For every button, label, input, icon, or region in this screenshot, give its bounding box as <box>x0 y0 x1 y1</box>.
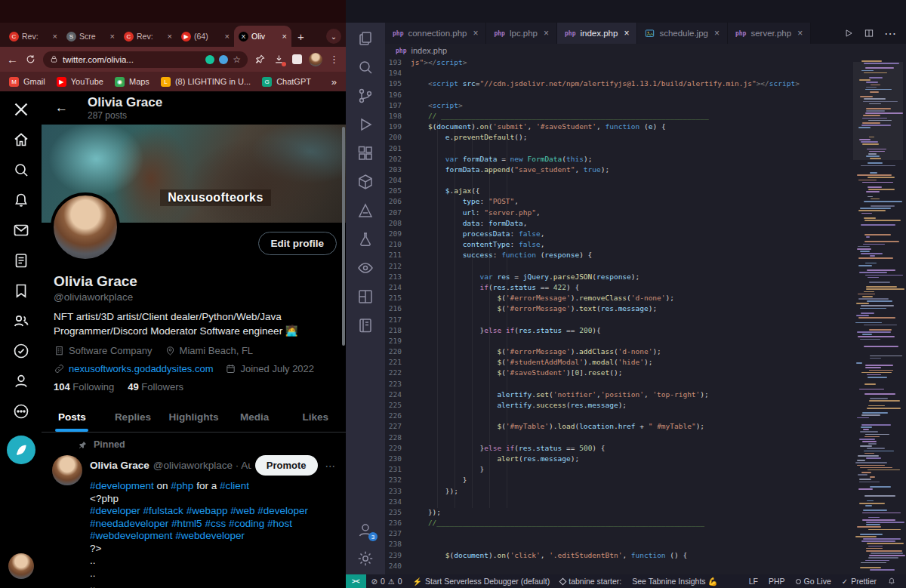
browser-profile-avatar[interactable] <box>309 53 322 66</box>
settings-gear-icon[interactable] <box>356 550 374 568</box>
website-item[interactable]: nexusoftworks.godaddysites.com <box>54 363 213 374</box>
notifications-bell[interactable] <box>882 577 901 586</box>
bookmarks-overflow-icon[interactable]: » <box>331 76 337 88</box>
x-logo-icon[interactable] <box>12 100 30 119</box>
bookmark-star-icon[interactable]: ☆ <box>233 54 241 65</box>
eol-indicator[interactable]: LF <box>744 577 763 586</box>
extension-icon[interactable] <box>292 54 302 64</box>
eye-icon[interactable] <box>356 259 374 277</box>
explorer-icon[interactable] <box>356 29 374 48</box>
browser-tab[interactable]: SScre× <box>62 26 119 47</box>
bookmark-item[interactable]: MGmail <box>9 77 45 87</box>
remote-indicator[interactable]: >< <box>346 574 366 588</box>
lists-icon[interactable] <box>12 251 30 269</box>
hashtag-link[interactable]: #fulstack <box>143 505 183 516</box>
tab-close-icon[interactable]: × <box>797 28 803 38</box>
editor-tab[interactable]: phpserver.php× <box>728 23 811 44</box>
profile-icon[interactable] <box>12 372 30 390</box>
editor-tab[interactable]: schedule.jpg× <box>637 23 728 44</box>
download-icon[interactable] <box>273 54 285 66</box>
problems-item[interactable]: ⊘0 ⚠0 <box>366 574 408 588</box>
browser-tab[interactable]: XOliv× <box>234 26 291 47</box>
notebook-icon[interactable] <box>356 316 374 334</box>
editor-tab[interactable]: phplpc.php× <box>486 23 557 44</box>
grammarly-icon[interactable] <box>205 55 214 64</box>
go-live-item[interactable]: Go Live <box>790 577 837 586</box>
verified-icon[interactable] <box>12 342 30 360</box>
notifications-icon[interactable] <box>12 191 30 209</box>
hashtag-link[interactable]: #web <box>230 505 254 516</box>
source-control-icon[interactable] <box>356 87 374 105</box>
prettier-item[interactable]: ✓Prettier <box>837 577 882 586</box>
tab-close-icon[interactable]: × <box>473 28 478 38</box>
bookmark-item[interactable]: ▶YouTube <box>57 77 103 87</box>
hashtag-link[interactable]: #webdeveloper <box>175 530 245 541</box>
bookmark-item[interactable]: L(8) LIGHTING in U... <box>161 77 251 87</box>
layout-icon[interactable] <box>356 288 374 306</box>
search-icon[interactable] <box>356 58 374 76</box>
browser-tab[interactable]: ▶(64)× <box>177 26 234 47</box>
bookmark-item[interactable]: ◉Maps <box>115 77 149 87</box>
post-avatar[interactable] <box>52 455 82 485</box>
profile-tab-highlights[interactable]: Highlights <box>163 402 224 432</box>
tab-close-icon[interactable]: × <box>282 32 287 41</box>
hashtag-link[interactable]: #host <box>267 518 292 529</box>
compose-button[interactable] <box>7 436 35 464</box>
triangle-a-icon[interactable] <box>356 202 374 220</box>
flask-icon[interactable] <box>356 230 374 248</box>
address-bar[interactable]: twitter.com/olivia... ☆ <box>43 51 248 68</box>
more-icon[interactable] <box>12 402 30 420</box>
pin-extension-icon[interactable] <box>254 54 267 66</box>
search-icon[interactable] <box>12 161 30 179</box>
new-tab-button[interactable]: + <box>297 30 304 43</box>
hashtag-link[interactable]: #coding <box>229 518 264 529</box>
rail-avatar[interactable] <box>8 553 34 579</box>
tab-close-icon[interactable]: × <box>544 28 549 38</box>
breadcrumbs[interactable]: php index.php <box>385 44 906 57</box>
pinned-post[interactable]: Olivia Grace @oliviaworkplace · Aug 10 P… <box>42 451 346 588</box>
minimap[interactable] <box>853 57 903 574</box>
tab-close-icon[interactable]: × <box>168 32 172 41</box>
editor[interactable]: 193js"></script>194195 <script src="//cd… <box>385 57 906 574</box>
hashtag-link[interactable]: #development <box>90 480 154 491</box>
hashtag-link[interactable]: #php <box>171 480 193 491</box>
bookmarks-icon[interactable] <box>12 282 30 300</box>
bookmark-item[interactable]: GChatGPT <box>262 77 311 87</box>
chrome-menu-icon[interactable]: ⋮ <box>329 54 339 65</box>
tab-close-icon[interactable]: × <box>53 32 57 41</box>
home-icon[interactable] <box>12 131 30 149</box>
hashtag-link[interactable]: #html5 <box>171 518 202 529</box>
run-file-icon[interactable] <box>843 28 854 38</box>
hashtag-link[interactable]: #webapp <box>186 505 228 516</box>
accounts-icon[interactable]: 3 <box>356 521 374 539</box>
cube-icon[interactable] <box>356 173 374 191</box>
followers-stat[interactable]: 49 Followers <box>128 381 183 393</box>
hashtag-link[interactable]: #developer <box>90 505 140 516</box>
tab-close-icon[interactable]: × <box>714 28 720 38</box>
reload-button[interactable] <box>25 54 36 65</box>
following-stat[interactable]: 104 Following <box>54 381 114 393</box>
back-arrow-icon[interactable]: ← <box>55 100 68 115</box>
profile-tab-media[interactable]: Media <box>224 402 285 432</box>
hashtag-link[interactable]: #needadeveloper <box>90 518 168 529</box>
tabnine-insights-item[interactable]: See Tabnine Insights 💪 <box>627 574 723 588</box>
profile-tab-replies[interactable]: Replies <box>103 402 164 432</box>
run-debug-icon[interactable] <box>356 115 374 134</box>
hashtag-link[interactable]: #developer <box>257 505 308 516</box>
post-author[interactable]: Olivia Grace <box>90 460 149 471</box>
profile-tab-posts[interactable]: Posts <box>42 402 103 432</box>
tab-close-icon[interactable]: × <box>624 28 629 38</box>
split-editor-icon[interactable] <box>864 28 874 38</box>
messages-icon[interactable] <box>12 221 30 239</box>
browser-tab[interactable]: CRev:× <box>119 26 177 47</box>
hashtag-link[interactable]: #client <box>220 480 249 491</box>
edit-profile-button[interactable]: Edit profile <box>258 232 337 255</box>
post-more-icon[interactable]: ⋯ <box>325 460 336 472</box>
page-action-icon[interactable] <box>219 55 228 64</box>
tab-close-icon[interactable]: × <box>110 32 115 41</box>
editor-tab[interactable]: phpindex.php× <box>557 23 637 44</box>
tab-search-button[interactable]: ⌄ <box>326 29 341 44</box>
profile-tab-likes[interactable]: Likes <box>285 402 346 432</box>
tabnine-item[interactable]: tabnine star­ter: <box>555 574 627 588</box>
back-button[interactable]: ← <box>7 54 18 65</box>
